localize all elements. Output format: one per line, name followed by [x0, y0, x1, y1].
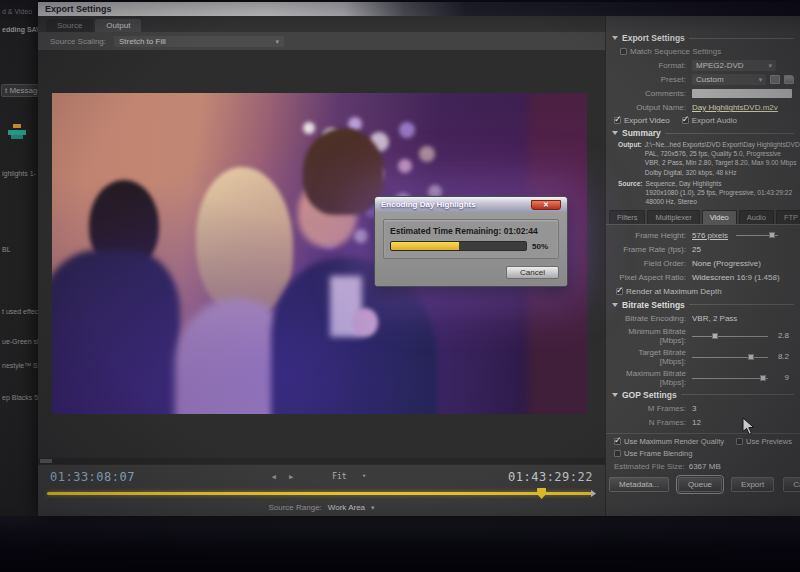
tab-source[interactable]: Source	[46, 19, 93, 32]
background-app-strip: d & Video edding SAV t Messages ighlight…	[0, 0, 40, 516]
bg-text-fragment: ep Blacks 5-	[2, 394, 40, 401]
gop-settings-header: GOP Settings	[622, 390, 677, 400]
window-title: Export Settings	[45, 4, 112, 14]
step-forward-icon[interactable]: ▶	[289, 473, 293, 481]
mouse-cursor-icon	[742, 417, 755, 440]
window-titlebar[interactable]: Export Settings	[38, 2, 800, 16]
tab-video[interactable]: Video	[702, 210, 737, 224]
tab-filters[interactable]: Filters	[609, 210, 645, 224]
disclosure-triangle-icon[interactable]	[612, 36, 618, 40]
tab-ftp[interactable]: FTP	[776, 210, 800, 224]
render-max-depth-checkbox[interactable]	[616, 288, 623, 295]
encoding-cancel-button[interactable]: Cancel	[506, 266, 559, 279]
work-area-end-handle[interactable]	[591, 490, 596, 497]
work-area-bar[interactable]	[47, 492, 592, 495]
timeline-track[interactable]	[47, 488, 596, 499]
disclosure-triangle-icon[interactable]	[612, 303, 618, 307]
bg-text-fragment: nestyle™ S-c	[2, 362, 40, 369]
bg-text-fragment: t Messages	[1, 84, 40, 97]
maximum-bitrate-value: 9	[773, 373, 789, 382]
m-frames-label: M Frames:	[612, 404, 686, 413]
playhead-icon[interactable]	[537, 488, 546, 499]
tab-multiplexer[interactable]: Multiplexer	[647, 210, 699, 224]
chevron-down-icon: ▾	[759, 76, 763, 83]
import-preset-icon[interactable]	[784, 75, 794, 84]
output-name-link[interactable]: Day HighlightsDVD.m2v	[692, 103, 778, 112]
format-value: MPEG2-DVD	[696, 61, 744, 70]
use-max-render-quality-checkbox[interactable]	[614, 438, 621, 445]
time-remaining-label: Estimated Time Remaining: 01:02:44	[390, 226, 552, 236]
summary-line: J:\~Ne...hed Exports\DVD Export\Day High…	[645, 140, 800, 149]
disclosure-triangle-icon[interactable]	[612, 131, 618, 135]
summary-line: Sequence, Day Highlights	[646, 179, 793, 188]
format-label: Format:	[612, 61, 686, 70]
current-timecode[interactable]: 01:33:08:07	[50, 470, 135, 484]
summary-source-label: Source:	[618, 179, 643, 207]
source-range-value[interactable]: Work Area	[328, 503, 365, 512]
zoom-level-dropdown[interactable]: Fit ▾	[327, 471, 371, 482]
frame-rate-label: Frame Rate (fps):	[612, 245, 686, 254]
chevron-down-icon: ▾	[276, 38, 280, 45]
format-dropdown[interactable]: MPEG2-DVD ▾	[692, 60, 776, 71]
summary-output-label: Output:	[618, 140, 642, 177]
source-scaling-dropdown[interactable]: Stretch to Fill ▾	[114, 36, 284, 47]
bg-text-fragment: t used effect	[2, 308, 40, 315]
disclosure-triangle-icon[interactable]	[612, 393, 618, 397]
pixel-aspect-ratio-value[interactable]: Widescreen 16:9 (1.458)	[692, 273, 780, 282]
save-preset-icon[interactable]	[770, 75, 780, 84]
target-bitrate-label: Target Bitrate [Mbps]:	[612, 348, 686, 366]
maximum-bitrate-slider[interactable]	[692, 374, 768, 382]
frame-height-label: Frame Height:	[612, 231, 686, 240]
bg-app-icon	[8, 124, 26, 139]
minimum-bitrate-label: Minimum Bitrate [Mbps]:	[612, 327, 686, 345]
dialog-titlebar[interactable]: Encoding Day Highlights ✕	[375, 197, 567, 212]
target-bitrate-slider[interactable]	[692, 353, 768, 361]
frame-rate-value[interactable]: 25	[692, 245, 701, 254]
tab-output[interactable]: Output	[95, 19, 141, 32]
estimated-file-size-label: Estimated File Size:	[614, 462, 685, 471]
use-frame-blending-checkbox[interactable]	[614, 450, 621, 457]
horizontal-scrollbar[interactable]	[38, 458, 605, 464]
scrollbar-thumb[interactable]	[40, 459, 52, 463]
metadata-button[interactable]: Metadata...	[609, 477, 669, 492]
transport-bar: 01:33:08:07 ◀ ▶ Fit ▾ 01:43:29:22	[38, 464, 605, 516]
summary-line: 1920x1080 (1.0), 25 fps, Progressive, 01…	[646, 188, 793, 197]
bg-text-fragment: d & Video	[2, 8, 32, 15]
match-sequence-checkbox[interactable]	[620, 48, 627, 55]
export-video-checkbox[interactable]	[614, 117, 621, 124]
summary-block: Output: J:\~Ne...hed Exports\DVD Export\…	[618, 140, 794, 207]
output-name-label: Output Name:	[612, 103, 686, 112]
bg-text-fragment: edding SAV	[2, 26, 40, 33]
field-order-value[interactable]: None (Progressive)	[692, 259, 761, 268]
cancel-button[interactable]: Cancel	[783, 477, 800, 492]
frame-height-slider[interactable]	[736, 231, 778, 239]
encoding-progress-bar	[390, 241, 527, 251]
n-frames-label: N Frames:	[612, 418, 686, 427]
preset-label: Preset:	[612, 75, 686, 84]
chevron-down-icon: ▾	[362, 473, 366, 480]
n-frames-value[interactable]: 12	[692, 418, 701, 427]
desk-area	[0, 516, 800, 572]
field-order-label: Field Order:	[612, 259, 686, 268]
pixel-aspect-ratio-label: Pixel Aspect Ratio:	[612, 273, 686, 282]
frame-height-value[interactable]: 576 pixels	[692, 231, 728, 240]
maximum-bitrate-label: Maximum Bitrate [Mbps]:	[612, 369, 686, 387]
step-back-icon[interactable]: ◀	[272, 473, 276, 481]
export-audio-checkbox[interactable]	[682, 117, 689, 124]
summary-line: 48000 Hz, Stereo	[646, 197, 793, 206]
queue-button[interactable]: Queue	[678, 477, 722, 492]
source-scaling-value: Stretch to Fill	[119, 37, 166, 46]
preset-dropdown[interactable]: Custom ▾	[692, 74, 766, 85]
progress-fill	[391, 242, 459, 250]
tab-audio[interactable]: Audio	[739, 210, 774, 224]
summary-header: Summary	[622, 128, 661, 138]
dialog-title: Encoding Day Highlights	[381, 200, 476, 209]
minimum-bitrate-slider[interactable]	[692, 332, 768, 340]
m-frames-value[interactable]: 3	[692, 404, 696, 413]
bg-text-fragment: ighlights 1-	[2, 170, 36, 177]
window-close-icon[interactable]: ✕	[531, 200, 561, 210]
export-button[interactable]: Export	[731, 477, 774, 492]
comments-input[interactable]	[692, 89, 792, 98]
duration-timecode: 01:43:29:22	[508, 470, 593, 484]
bitrate-encoding-value[interactable]: VBR, 2 Pass	[692, 314, 737, 323]
